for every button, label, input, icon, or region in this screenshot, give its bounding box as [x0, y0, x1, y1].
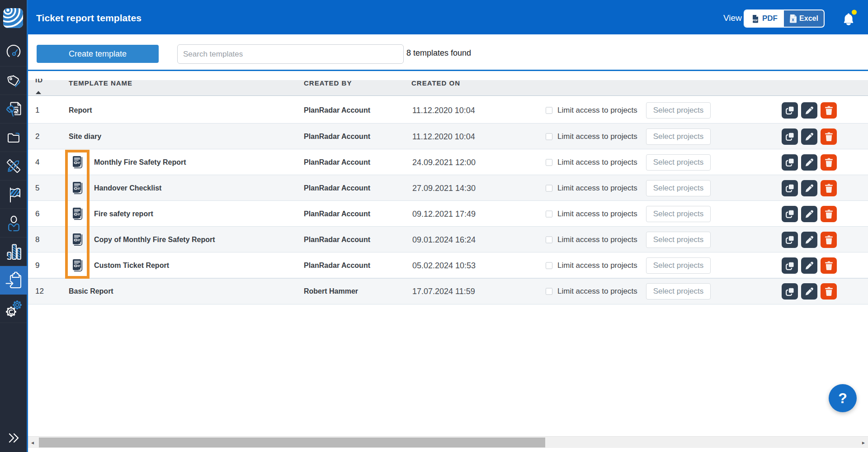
- svg-text:x: x: [792, 17, 794, 22]
- svg-text:PDF: PDF: [753, 19, 758, 22]
